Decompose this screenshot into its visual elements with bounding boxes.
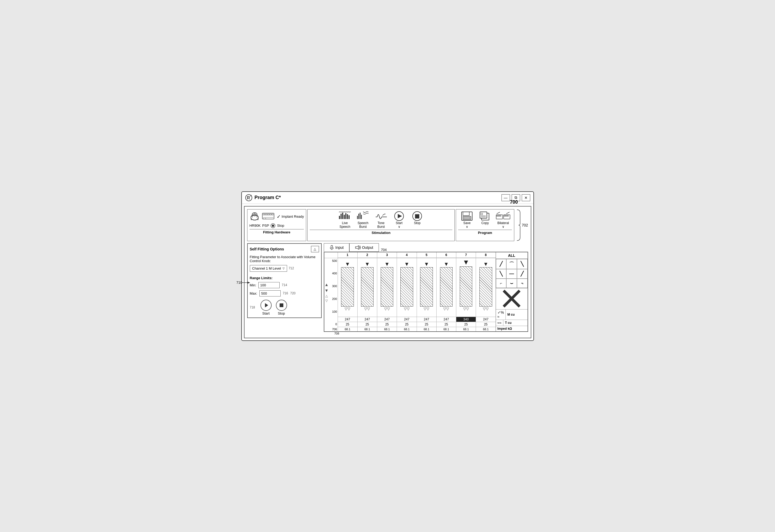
shape-btn-mm[interactable]: — bbox=[506, 269, 517, 279]
input-tab[interactable]: Input bbox=[324, 243, 349, 252]
ch3-m-val[interactable]: 247 bbox=[377, 317, 397, 322]
svg-marker-63 bbox=[355, 245, 358, 249]
dropdown-row: Channel 1 M Level ▽ 712 bbox=[250, 265, 319, 272]
all-x-button[interactable] bbox=[496, 288, 528, 309]
channel-4-bar[interactable]: ▼ ▽▽ bbox=[397, 258, 417, 317]
self-fitting-wrapper: Self Fitting Options △ Fitting Parameter… bbox=[247, 243, 322, 335]
ch5-m-val[interactable]: 247 bbox=[417, 317, 436, 322]
svg-rect-30 bbox=[360, 213, 360, 219]
m-cu-label: M cu bbox=[506, 312, 516, 317]
svg-rect-48 bbox=[497, 215, 498, 216]
self-fitting-title: Self Fitting Options bbox=[250, 247, 284, 251]
output-tab[interactable]: Output bbox=[349, 243, 379, 252]
svg-rect-41 bbox=[464, 217, 470, 219]
speech-burst-button[interactable]: SpeechBurst bbox=[355, 211, 371, 228]
copy-label: Copy bbox=[481, 221, 489, 225]
stop-self-label: Stop bbox=[278, 312, 285, 316]
svg-rect-50 bbox=[500, 215, 501, 216]
ch2-t-val[interactable]: 25 bbox=[357, 322, 377, 327]
ch6-m-val[interactable]: 247 bbox=[437, 317, 456, 322]
bilateral-button[interactable]: Bilateral∨ bbox=[495, 211, 511, 228]
live-speech-button[interactable]: LiveSpeech bbox=[337, 211, 353, 228]
copy-button[interactable]: Copy bbox=[477, 211, 493, 225]
channel-8-bar[interactable]: ▼ ▽▽ bbox=[476, 258, 496, 317]
ch4-t-val[interactable]: 25 bbox=[397, 322, 417, 327]
ch-header-2: 2 bbox=[357, 252, 377, 258]
small-up-arrow-ref[interactable]: △ bbox=[325, 294, 328, 298]
channel-2-bar[interactable]: ▼ ▽▽ bbox=[357, 258, 377, 317]
ch8-m-val[interactable]: 247 bbox=[476, 317, 496, 322]
max-row: Max: 716 720 bbox=[250, 291, 319, 297]
collapse-button[interactable]: △ bbox=[311, 246, 319, 252]
y-axis-spacer bbox=[324, 252, 337, 258]
down-arrow-ref[interactable]: ▼ bbox=[324, 288, 329, 293]
ch8-t-val[interactable]: 25 bbox=[476, 322, 496, 327]
start-self-fitting-button[interactable]: Start bbox=[260, 300, 272, 316]
svg-rect-11 bbox=[263, 214, 265, 215]
t-cu-icon[interactable]: ≈≈ bbox=[496, 320, 503, 326]
ch6-t-val[interactable]: 25 bbox=[437, 322, 456, 327]
start-circle-button[interactable] bbox=[260, 300, 272, 311]
toolbar: V S ✓ Implant Ready HR90K bbox=[247, 209, 528, 241]
max-input[interactable] bbox=[259, 291, 281, 297]
channel-6-bar[interactable]: ▼ ▽▽ bbox=[437, 258, 456, 317]
start-stim-button[interactable]: Start∨ bbox=[391, 211, 407, 228]
ch2-m-val[interactable]: 247 bbox=[357, 317, 377, 322]
shape-btn-br[interactable]: ¬ bbox=[517, 279, 528, 288]
channel-7-bar[interactable]: ▼ ▽▽ bbox=[456, 258, 476, 317]
y-300: 300 bbox=[329, 285, 337, 288]
t-cu-label: T cu bbox=[503, 320, 513, 326]
channel-dropdown[interactable]: Channel 1 M Level ▽ bbox=[250, 265, 287, 272]
shape-btn-bl[interactable]: ⌐ bbox=[496, 279, 507, 288]
ref-700: 700 bbox=[510, 199, 518, 205]
stop-stim-button[interactable]: Stop bbox=[409, 211, 425, 225]
shape-btn-ml[interactable]: ╲ bbox=[496, 269, 507, 279]
self-fitting-header: Self Fitting Options △ bbox=[250, 246, 319, 252]
save-button[interactable]: Save∨ bbox=[459, 211, 475, 228]
min-input[interactable] bbox=[258, 282, 279, 288]
stop-circle-button[interactable] bbox=[276, 300, 287, 311]
shape-btn-tl[interactable]: ╱ bbox=[496, 259, 507, 269]
main-window: R ✓ Program C* — ⧉ ✕ bbox=[241, 191, 534, 341]
channel-5-bar[interactable]: ▼ ▽▽ bbox=[417, 258, 437, 317]
ch3-imp-val: 68.1 bbox=[377, 327, 397, 331]
svg-rect-23 bbox=[342, 213, 343, 219]
ch7-t-val[interactable]: 25 bbox=[456, 322, 476, 327]
svg-rect-27 bbox=[348, 215, 349, 219]
svg-marker-60 bbox=[247, 282, 250, 284]
tone-burst-button[interactable]: ToneBurst bbox=[373, 211, 389, 228]
stop-label-hardware: Stop bbox=[277, 223, 284, 227]
psp-label: PSP bbox=[262, 223, 269, 227]
up-arrow-ref[interactable]: ▲ bbox=[324, 283, 329, 287]
shape-btn-mr[interactable]: ╱ bbox=[517, 269, 528, 279]
stop-self-fitting-button[interactable]: Stop bbox=[276, 300, 287, 316]
hardware-section-label: Fitting Hardware bbox=[249, 229, 304, 234]
shape-btn-tr[interactable]: ╲ bbox=[517, 259, 528, 269]
ch1-m-val[interactable]: 247 bbox=[338, 317, 357, 322]
ch1-t-val[interactable]: 25 bbox=[338, 322, 357, 327]
svg-text:✓: ✓ bbox=[250, 194, 252, 197]
svg-point-6 bbox=[252, 213, 257, 216]
stop-stim-label: Stop bbox=[414, 221, 421, 225]
minimize-button[interactable]: — bbox=[502, 194, 510, 201]
small-down-arrow-ref[interactable]: ▽ bbox=[325, 299, 328, 303]
ch4-m-val[interactable]: 247 bbox=[397, 317, 417, 322]
ch5-t-val[interactable]: 25 bbox=[417, 322, 436, 327]
ch7-m-val[interactable]: 340 bbox=[456, 317, 476, 322]
brace-702 bbox=[517, 209, 522, 241]
shape-btn-tm[interactable]: ⌒ bbox=[506, 259, 517, 269]
m-cu-icon[interactable]: ✓%≈ bbox=[496, 310, 506, 320]
ch8-imp-val: 68.1 bbox=[476, 327, 496, 331]
close-button[interactable]: ✕ bbox=[522, 194, 530, 201]
tone-burst-label: ToneBurst bbox=[377, 221, 385, 228]
shape-btn-bm[interactable]: ⌣ bbox=[506, 279, 517, 288]
channel-3-bar[interactable]: ▼ ▽▽ bbox=[377, 258, 397, 317]
ch-header-8: 8 bbox=[476, 252, 496, 258]
ch3-t-val[interactable]: 25 bbox=[377, 322, 397, 327]
svg-rect-24 bbox=[344, 215, 345, 219]
dropdown-arrow-icon: ▽ bbox=[282, 267, 285, 270]
channel-1-bar[interactable]: ▼ ▽▽ bbox=[338, 258, 357, 317]
svg-rect-20 bbox=[272, 224, 274, 227]
stop-icon-hardware bbox=[270, 223, 275, 228]
channels-grid: 1 2 3 4 5 6 7 8 bbox=[337, 252, 496, 331]
